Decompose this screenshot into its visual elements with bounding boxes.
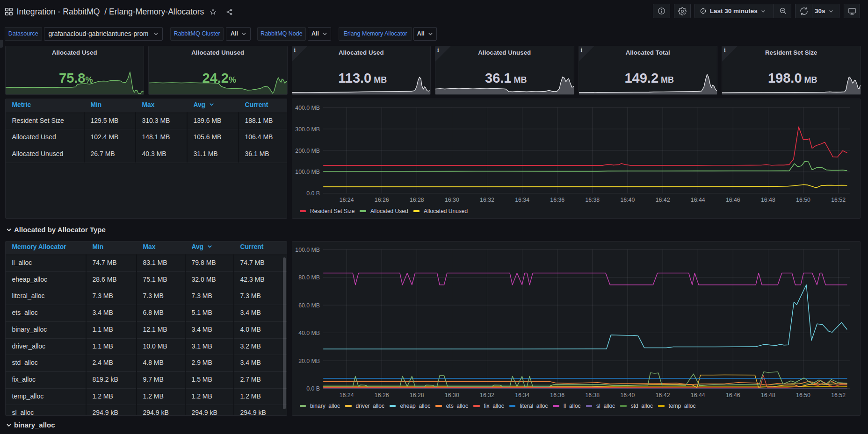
svg-text:16:34: 16:34: [515, 197, 529, 203]
svg-text:100.0 MB: 100.0 MB: [295, 169, 320, 175]
svg-text:16:42: 16:42: [655, 197, 670, 203]
svg-text:16:32: 16:32: [480, 197, 494, 203]
svg-text:16:34: 16:34: [515, 392, 529, 398]
svg-text:400.0 MB: 400.0 MB: [295, 104, 320, 111]
svg-text:20.0 MB: 20.0 MB: [298, 357, 320, 364]
svg-text:16:24: 16:24: [339, 392, 354, 398]
svg-text:16:32: 16:32: [480, 392, 494, 398]
svg-text:80.0 MB: 80.0 MB: [298, 274, 320, 281]
svg-text:16:30: 16:30: [445, 197, 459, 203]
svg-text:16:46: 16:46: [725, 197, 740, 203]
svg-text:16:30: 16:30: [445, 392, 459, 398]
svg-text:16:48: 16:48: [761, 392, 775, 398]
svg-text:16:44: 16:44: [690, 392, 705, 398]
svg-text:16:26: 16:26: [374, 392, 389, 398]
svg-text:16:44: 16:44: [690, 197, 705, 203]
svg-text:16:40: 16:40: [620, 197, 635, 203]
svg-text:16:46: 16:46: [725, 392, 740, 398]
svg-text:16:38: 16:38: [585, 197, 600, 203]
svg-text:16:52: 16:52: [831, 197, 846, 203]
svg-text:16:50: 16:50: [796, 197, 810, 203]
svg-text:16:52: 16:52: [831, 392, 846, 398]
svg-text:16:50: 16:50: [796, 392, 810, 398]
svg-text:16:26: 16:26: [374, 197, 389, 203]
svg-text:60.0 MB: 60.0 MB: [298, 302, 320, 308]
svg-text:16:28: 16:28: [409, 197, 424, 203]
svg-text:16:36: 16:36: [550, 392, 564, 398]
svg-text:0.0 B: 0.0 B: [306, 190, 320, 197]
svg-text:16:48: 16:48: [761, 197, 775, 203]
svg-text:16:40: 16:40: [620, 392, 635, 398]
svg-text:16:42: 16:42: [655, 392, 670, 398]
svg-text:300.0 MB: 300.0 MB: [295, 126, 320, 132]
svg-text:200.0 MB: 200.0 MB: [295, 147, 320, 154]
svg-text:0.0 B: 0.0 B: [306, 385, 320, 392]
svg-text:100.0 MB: 100.0 MB: [295, 246, 320, 253]
svg-text:16:24: 16:24: [339, 197, 354, 203]
svg-text:40.0 MB: 40.0 MB: [298, 330, 320, 336]
svg-text:16:36: 16:36: [550, 197, 564, 203]
svg-text:16:28: 16:28: [409, 392, 424, 398]
svg-text:16:38: 16:38: [585, 392, 600, 398]
